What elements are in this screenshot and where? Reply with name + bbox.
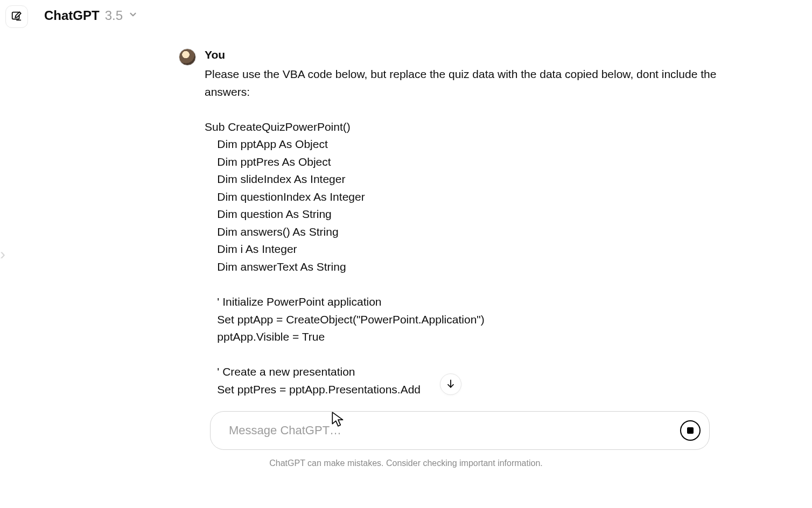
footer-disclaimer: ChatGPT can make mistakes. Consider chec… [0,458,812,468]
message-input[interactable] [229,424,680,438]
message-body: You Please use the VBA code below, but r… [205,48,741,398]
sidebar-expand-handle[interactable]: › [0,245,5,263]
scroll-to-bottom-button[interactable] [440,373,461,395]
pencil-square-icon [11,10,23,24]
model-name: ChatGPT [44,8,100,23]
sender-label: You [205,48,741,61]
user-message: You Please use the VBA code below, but r… [179,48,741,398]
stop-icon [687,427,694,434]
chevron-down-icon [128,10,138,22]
model-selector[interactable]: ChatGPT 3.5 [44,8,138,23]
model-version: 3.5 [105,8,123,23]
composer [210,411,710,450]
arrow-down-icon [445,378,456,391]
new-chat-button[interactable] [5,5,28,28]
user-avatar [179,48,196,66]
conversation-area: You Please use the VBA code below, but r… [179,48,741,403]
message-text: Please use the VBA code below, but repla… [205,66,741,398]
stop-generating-button[interactable] [680,420,701,441]
